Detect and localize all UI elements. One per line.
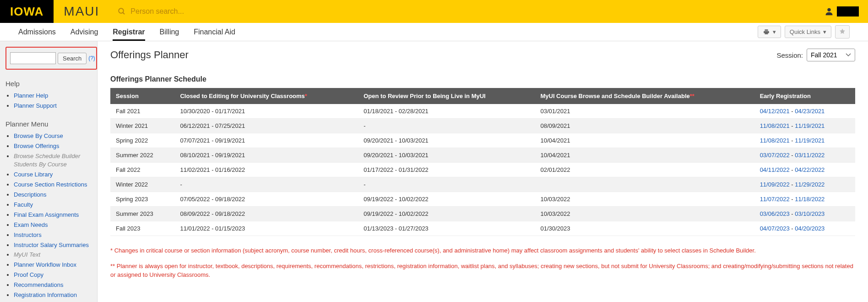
cell-early-registration: 03/06/2023 - 03/10/2023: [754, 207, 855, 221]
nav-tab-admissions[interactable]: Admissions: [18, 23, 56, 41]
table-row: Fall 202311/01/2022 - 01/15/202301/13/20…: [110, 221, 855, 236]
column-header: Closed to Editing for University Classro…: [174, 88, 358, 104]
cell-session: Summer 2022: [110, 148, 174, 163]
sidebar-search-button[interactable]: Search: [58, 53, 87, 64]
table-row: Fall 202110/30/2020 - 01/17/202101/18/20…: [110, 104, 855, 119]
planner-item[interactable]: Course Section Restrictions: [14, 181, 87, 188]
app-name: MAUI: [64, 4, 99, 19]
session-label: Session:: [776, 51, 803, 59]
cell-session: Fall 2022: [110, 163, 174, 177]
early-reg-end[interactable]: 03/11/2022: [795, 152, 825, 159]
cell-closed: 11/02/2021 - 01/16/2022: [174, 163, 358, 177]
help-link[interactable]: Planner Help: [14, 92, 48, 99]
help-link[interactable]: Planner Support: [14, 102, 57, 109]
person-search[interactable]: [118, 7, 231, 16]
planner-item[interactable]: Instructors: [14, 231, 42, 238]
table-row: Winter 202106/12/2021 - 07/25/2021 - 08/…: [110, 119, 855, 133]
early-reg-end[interactable]: 11/19/2021: [795, 122, 825, 129]
early-reg-start[interactable]: 11/08/2021: [760, 137, 790, 144]
sidebar-search-input[interactable]: [10, 52, 56, 64]
cell-session: Winter 2022: [110, 177, 174, 192]
early-reg-start[interactable]: 03/06/2023: [760, 210, 790, 217]
cell-myui: [535, 177, 754, 192]
cell-open: 09/20/2021 - 10/03/2021: [358, 133, 535, 148]
cell-myui: 10/03/2022: [535, 207, 754, 221]
planner-item-disabled: Browse Schedule Builder Students By Cour…: [14, 153, 80, 168]
table-row: Winter 2022 - - 11/09/2022 - 11/29/2022: [110, 177, 855, 192]
print-menu-button[interactable]: ▾: [758, 26, 781, 38]
sidebar-search-help[interactable]: (?): [88, 55, 95, 61]
planner-item[interactable]: Exam Needs: [14, 221, 48, 228]
cell-open: -: [358, 177, 535, 192]
planner-item[interactable]: Recommendations: [14, 281, 63, 288]
planner-item[interactable]: Final Exam Assignments: [14, 211, 79, 218]
cell-early-registration: 03/07/2022 - 03/11/2022: [754, 148, 855, 163]
cell-session: Spring 2023: [110, 192, 174, 207]
table-row: Summer 202308/09/2022 - 09/18/202209/19/…: [110, 207, 855, 221]
early-reg-start[interactable]: 04/11/2022: [760, 166, 790, 173]
cell-myui: 01/30/2023: [535, 221, 754, 236]
table-row: Spring 202307/05/2022 - 09/18/202209/19/…: [110, 192, 855, 207]
sidebar-search-box: Search (?): [5, 47, 97, 70]
cell-myui: 03/01/2021: [535, 104, 754, 119]
nav-tab-advising[interactable]: Advising: [71, 23, 98, 41]
cell-closed: 08/10/2021 - 09/19/2021: [174, 148, 358, 163]
cell-session: Summer 2023: [110, 207, 174, 221]
favorite-button[interactable]: [835, 25, 850, 38]
schedule-table: SessionClosed to Editing for University …: [110, 88, 855, 236]
svg-point-0: [119, 8, 124, 13]
planner-item[interactable]: Registration Information: [14, 291, 77, 298]
planner-item[interactable]: Browse Offerings: [14, 143, 59, 149]
cell-early-registration: 11/08/2021 - 11/19/2021: [754, 119, 855, 133]
planner-item[interactable]: Planner Workflow Inbox: [14, 261, 76, 268]
quick-links-button[interactable]: Quick Links ▾: [785, 26, 831, 38]
planner-item[interactable]: Course Library: [14, 171, 53, 178]
planner-item[interactable]: Faculty: [14, 201, 33, 208]
early-reg-end[interactable]: 04/22/2022: [795, 166, 825, 173]
early-reg-end[interactable]: 11/18/2022: [795, 196, 825, 203]
cell-closed: 08/09/2022 - 09/18/2022: [174, 207, 358, 221]
cell-early-registration: 04/12/2021 - 04/23/2021: [754, 104, 855, 119]
planner-item[interactable]: Browse By Course: [14, 132, 63, 139]
cell-closed: -: [174, 177, 358, 192]
early-reg-start[interactable]: 04/12/2021: [760, 108, 790, 115]
person-search-input[interactable]: [130, 7, 231, 16]
planner-item[interactable]: Instructor Salary Summaries: [14, 242, 89, 248]
user-badge[interactable]: [837, 6, 859, 16]
user-icon[interactable]: [824, 6, 834, 16]
session-select[interactable]: Fall 2021: [807, 49, 855, 61]
nav-tabs: AdmissionsAdvisingRegistrarBillingFinanc…: [0, 23, 868, 41]
cell-myui: 02/01/2022: [535, 163, 754, 177]
early-reg-start[interactable]: 11/07/2022: [760, 196, 790, 203]
cell-open: 09/19/2022 - 10/02/2022: [358, 207, 535, 221]
early-reg-end[interactable]: 11/29/2022: [795, 181, 825, 188]
table-row: Spring 202207/07/2021 - 09/19/202109/20/…: [110, 133, 855, 148]
early-reg-start[interactable]: 04/07/2023: [760, 225, 790, 232]
early-reg-end[interactable]: 04/23/2021: [795, 108, 825, 115]
early-reg-end[interactable]: 03/10/2023: [795, 210, 825, 217]
caret-down-icon: ▾: [773, 28, 776, 35]
early-reg-start[interactable]: 03/07/2022: [760, 152, 790, 159]
planner-item[interactable]: Proof Copy: [14, 271, 43, 278]
svg-point-2: [827, 8, 830, 11]
cell-open: 09/19/2022 - 10/02/2022: [358, 192, 535, 207]
planner-menu-heading: Planner Menu: [5, 120, 92, 128]
planner-item[interactable]: Descriptions: [14, 191, 47, 198]
cell-session: Fall 2023: [110, 221, 174, 236]
nav-tab-registrar[interactable]: Registrar: [113, 23, 145, 41]
cell-myui: 08/09/2021: [535, 119, 754, 133]
cell-open: 09/20/2021 - 10/03/2021: [358, 148, 535, 163]
nav-tab-financial-aid[interactable]: Financial Aid: [194, 23, 235, 41]
nav-tab-billing[interactable]: Billing: [160, 23, 179, 41]
cell-closed: 10/30/2020 - 01/17/2021: [174, 104, 358, 119]
search-icon: [118, 7, 126, 16]
cell-open: 01/13/2023 - 01/27/2023: [358, 221, 535, 236]
column-header: Open to Review Prior to Being Live in My…: [358, 88, 535, 104]
cell-myui: 10/04/2021: [535, 148, 754, 163]
caret-down-icon: ▾: [823, 28, 826, 35]
early-reg-end[interactable]: 11/19/2021: [795, 137, 825, 144]
cell-open: 01/17/2022 - 01/31/2022: [358, 163, 535, 177]
early-reg-start[interactable]: 11/09/2022: [760, 181, 790, 188]
early-reg-end[interactable]: 04/20/2023: [795, 225, 825, 232]
early-reg-start[interactable]: 11/08/2021: [760, 122, 790, 129]
